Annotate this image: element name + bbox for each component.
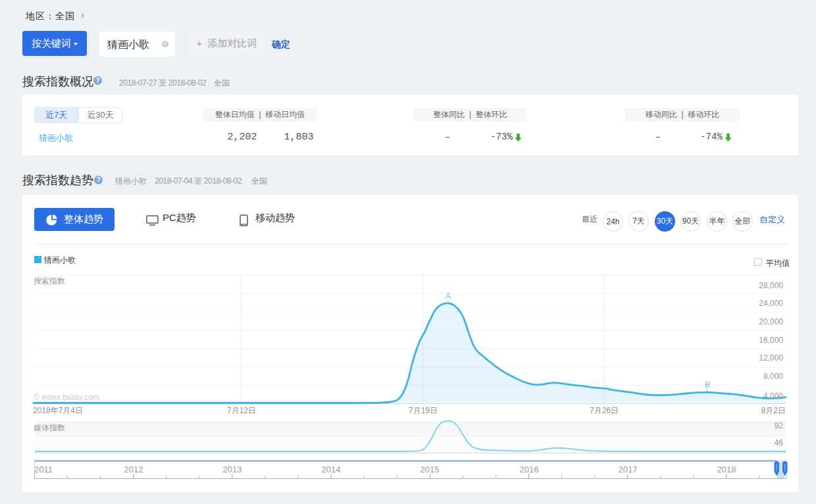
svg-text:16,000: 16,000	[759, 336, 783, 345]
svg-text:2012: 2012	[124, 465, 143, 474]
svg-text:2018年7月4日: 2018年7月4日	[33, 406, 83, 415]
svg-text:8月2日: 8月2日	[761, 406, 786, 415]
svg-text:© index.baidu.com: © index.baidu.com	[34, 393, 99, 402]
svg-text:28,000: 28,000	[759, 281, 783, 290]
svg-text:20,000: 20,000	[759, 317, 783, 326]
svg-text:2017: 2017	[619, 465, 638, 474]
svg-text:92: 92	[775, 421, 784, 430]
svg-text:12,000: 12,000	[759, 353, 783, 363]
svg-text:搜索指数: 搜索指数	[34, 276, 65, 286]
svg-text:8,000: 8,000	[763, 372, 783, 381]
svg-text:4,000: 4,000	[763, 391, 783, 401]
svg-text:46: 46	[775, 438, 784, 447]
svg-text:媒体指数: 媒体指数	[34, 423, 65, 432]
svg-text:24,000: 24,000	[759, 299, 783, 308]
svg-text:2011: 2011	[34, 465, 53, 474]
svg-text:2015: 2015	[421, 465, 440, 474]
svg-text:A: A	[446, 291, 451, 301]
svg-text:2016: 2016	[520, 465, 539, 474]
svg-text:2013: 2013	[223, 465, 242, 474]
svg-text:B: B	[705, 380, 710, 390]
svg-text:2018: 2018	[717, 465, 736, 474]
svg-text:2014: 2014	[322, 465, 341, 474]
svg-text:7月12日: 7月12日	[227, 406, 256, 415]
svg-text:7月19日: 7月19日	[409, 406, 438, 415]
svg-text:7月26日: 7月26日	[590, 406, 619, 415]
